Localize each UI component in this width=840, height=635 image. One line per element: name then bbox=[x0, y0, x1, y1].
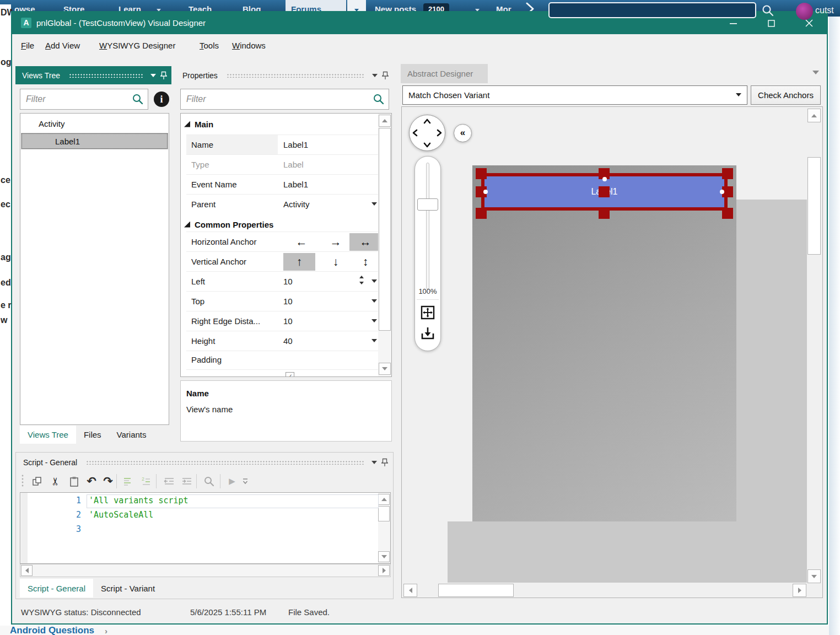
scrollbar-thumb[interactable] bbox=[807, 157, 821, 255]
pin-icon[interactable] bbox=[381, 458, 388, 467]
scroll-down-button[interactable] bbox=[378, 551, 390, 562]
load-layout-button[interactable] bbox=[419, 325, 437, 342]
indent-button[interactable] bbox=[179, 473, 195, 489]
properties-filter[interactable] bbox=[180, 89, 389, 110]
run-script-button[interactable]: ▶ bbox=[224, 473, 240, 489]
zoom-slider-thumb[interactable] bbox=[417, 198, 438, 211]
copy-button[interactable] bbox=[29, 473, 45, 489]
outdent-button[interactable] bbox=[161, 473, 177, 489]
tab-abstract-designer[interactable]: Abstract Designer bbox=[401, 64, 488, 83]
script-editor[interactable]: 1 2 3 'All variants script 'AutoScaleAll bbox=[20, 492, 391, 564]
fit-to-screen-button[interactable] bbox=[419, 304, 437, 321]
variant-dropdown-icon[interactable] bbox=[736, 93, 741, 96]
prop-value[interactable]: 10 bbox=[283, 292, 379, 311]
renumber-button[interactable]: 2 bbox=[138, 473, 154, 489]
undo-button[interactable]: ↶ bbox=[83, 473, 100, 489]
pin-icon[interactable] bbox=[160, 71, 167, 80]
editor-vscrollbar[interactable] bbox=[378, 493, 390, 563]
panel-grip[interactable] bbox=[86, 460, 364, 465]
zoom-slider-track[interactable] bbox=[426, 163, 429, 289]
maximize-button[interactable] bbox=[758, 15, 784, 31]
resize-handle-se[interactable] bbox=[722, 208, 733, 219]
anchor-right-button[interactable]: → bbox=[320, 233, 352, 251]
prop-value[interactable]: 40 bbox=[283, 331, 379, 351]
info-icon[interactable]: i bbox=[154, 92, 169, 107]
scroll-right-button[interactable] bbox=[378, 565, 390, 576]
scroll-down-button[interactable] bbox=[807, 569, 821, 583]
panel-menu-icon[interactable] bbox=[372, 74, 378, 77]
scroll-up-button[interactable] bbox=[379, 115, 391, 127]
android-questions-link[interactable]: Android Questions bbox=[10, 625, 94, 635]
menu-file[interactable]: File bbox=[21, 41, 34, 50]
anchor-both-v-button[interactable]: ↕ bbox=[349, 253, 381, 271]
property-grid-scrollbar[interactable] bbox=[378, 114, 391, 376]
collapse-tools-button[interactable]: « bbox=[454, 124, 472, 142]
prop-value[interactable]: 10 bbox=[283, 272, 379, 291]
editor-hscrollbar[interactable] bbox=[20, 564, 391, 577]
prop-value[interactable]: Activity bbox=[283, 195, 379, 214]
anchor-bottom-button[interactable]: ↓ bbox=[320, 253, 352, 271]
menu-add-view[interactable]: Add View bbox=[45, 41, 80, 50]
scroll-up-button[interactable] bbox=[378, 494, 390, 505]
resize-handle-ne[interactable] bbox=[722, 168, 733, 179]
move-handle-center[interactable] bbox=[599, 186, 610, 197]
group-common-properties[interactable]: Common Properties bbox=[181, 215, 379, 234]
resize-handle-nw[interactable] bbox=[476, 168, 487, 179]
value-spinner[interactable] bbox=[359, 276, 364, 284]
search-input[interactable] bbox=[548, 2, 756, 18]
menu-windows[interactable]: Windows bbox=[232, 41, 266, 50]
dropdown-icon[interactable] bbox=[371, 339, 377, 342]
redo-button[interactable]: ↷ bbox=[100, 473, 116, 489]
panel-menu-icon[interactable] bbox=[150, 74, 156, 77]
pan-up-button[interactable] bbox=[423, 117, 432, 126]
resize-handle-s[interactable] bbox=[599, 208, 610, 219]
group-main[interactable]: Main bbox=[181, 115, 379, 133]
checkbox-icon[interactable]: ✓ bbox=[286, 372, 294, 377]
scrollbar-thumb[interactable] bbox=[438, 584, 514, 597]
designer-vscrollbar[interactable] bbox=[807, 107, 821, 584]
pin-icon[interactable] bbox=[382, 71, 389, 80]
search-icon[interactable] bbox=[761, 4, 774, 17]
pan-left-button[interactable] bbox=[411, 128, 419, 137]
tab-script-variant[interactable]: Script - Variant bbox=[93, 579, 163, 598]
toolbar-overflow-button[interactable] bbox=[240, 473, 250, 489]
panel-grip[interactable] bbox=[69, 73, 143, 78]
tab-views-tree[interactable]: Views Tree bbox=[20, 426, 76, 444]
views-tree-filter-input[interactable] bbox=[20, 89, 148, 110]
dropdown-icon[interactable] bbox=[371, 319, 377, 322]
username-label[interactable]: cutst bbox=[815, 6, 834, 15]
scroll-down-button[interactable] bbox=[379, 363, 391, 375]
prop-value[interactable]: Label1 bbox=[283, 175, 379, 194]
menu-tools[interactable]: Tools bbox=[200, 41, 219, 50]
pan-down-button[interactable] bbox=[423, 141, 432, 149]
tree-item-activity[interactable]: Activity bbox=[21, 115, 168, 132]
menu-wysiwyg-designer[interactable]: WYSIWYG Designer bbox=[99, 41, 175, 50]
resize-handle-sw[interactable] bbox=[476, 208, 487, 219]
anchor-left-button[interactable]: ← bbox=[286, 233, 317, 251]
designer-hscrollbar[interactable] bbox=[402, 583, 807, 598]
tree-item-label1[interactable]: Label1 bbox=[21, 133, 168, 149]
prop-value[interactable]: Label1 bbox=[283, 135, 379, 154]
scroll-left-button[interactable] bbox=[21, 565, 33, 576]
scroll-up-button[interactable] bbox=[807, 109, 821, 122]
expander-icon[interactable] bbox=[184, 222, 190, 228]
scrollbar-thumb[interactable] bbox=[378, 506, 390, 521]
properties-filter-input[interactable] bbox=[180, 89, 389, 110]
tab-variants[interactable]: Variants bbox=[109, 426, 154, 444]
designer-tabstrip-menu-icon[interactable] bbox=[812, 71, 819, 74]
tab-script-general[interactable]: Script - General bbox=[20, 579, 93, 598]
views-tree-filter[interactable] bbox=[20, 89, 148, 110]
scrollbar-thumb[interactable] bbox=[379, 128, 391, 331]
scroll-right-button[interactable] bbox=[793, 584, 806, 597]
cut-button[interactable]: ✂ bbox=[47, 473, 64, 489]
paste-button[interactable] bbox=[66, 473, 82, 489]
find-button[interactable] bbox=[201, 473, 217, 489]
anchor-top-button[interactable]: ↑ bbox=[283, 253, 315, 271]
dropdown-icon[interactable] bbox=[371, 299, 377, 303]
panel-menu-icon[interactable] bbox=[371, 461, 377, 464]
pan-right-button[interactable] bbox=[435, 128, 444, 137]
toolbar-grip-icon[interactable] bbox=[21, 474, 24, 488]
tab-files[interactable]: Files bbox=[76, 426, 109, 444]
expander-icon[interactable] bbox=[184, 121, 190, 127]
panel-grip[interactable] bbox=[227, 73, 364, 78]
